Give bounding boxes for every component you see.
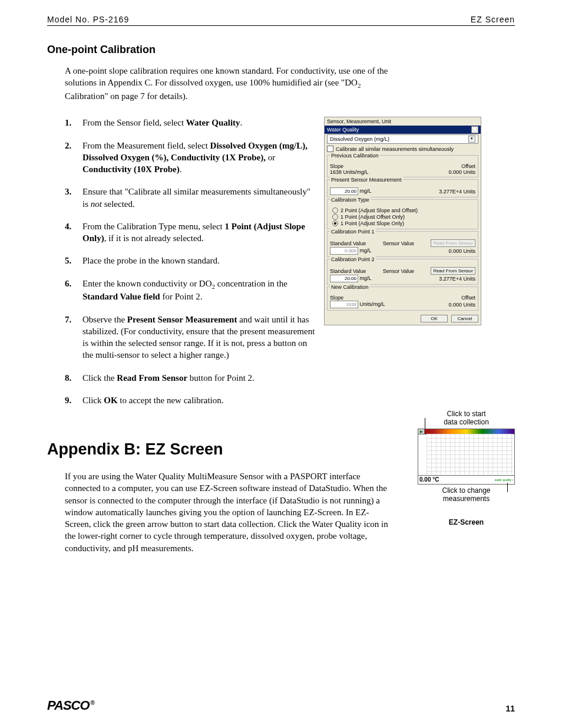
step-item: 7.Observe the Present Sensor Measurement… bbox=[65, 314, 318, 361]
sensor-value[interactable] bbox=[327, 127, 471, 133]
step-body: From the Sensor field, select Water Qual… bbox=[82, 117, 318, 129]
step-number: 2. bbox=[65, 140, 82, 176]
ez-status-bar: 0.00 °C water quality ▪ bbox=[418, 475, 514, 484]
ez-top-label: Click to start data collection bbox=[418, 410, 515, 427]
sensor-field[interactable]: ▾ bbox=[325, 126, 481, 134]
step-body: Ensure that "Calibrate all similar measu… bbox=[82, 186, 318, 210]
radio-2point[interactable]: 2 Point (Adjust Slope and Offset) bbox=[330, 207, 475, 214]
header-right: EZ Screen bbox=[471, 15, 515, 24]
calibration-point-2-group: Calibration Point 2 Standard Value Senso… bbox=[327, 259, 478, 285]
step-number: 9. bbox=[65, 394, 82, 406]
step-list: 1.From the Sensor field, select Water Qu… bbox=[47, 117, 318, 417]
step-item: 4.From the Calibration Type menu, select… bbox=[65, 220, 318, 245]
step-number: 4. bbox=[65, 220, 82, 245]
chevron-down-icon[interactable]: ▾ bbox=[471, 126, 478, 133]
step-body: Enter the known conductivity or DO2 conc… bbox=[82, 278, 318, 303]
read-from-sensor-button-1: Read From Sensor bbox=[431, 239, 475, 247]
cancel-button[interactable]: Cancel bbox=[451, 315, 478, 322]
step-body: Click OK to accept the new calibration. bbox=[82, 394, 318, 406]
ez-caption: EZ-Screen bbox=[418, 518, 515, 526]
header-left: Model No. PS-2169 bbox=[47, 15, 129, 24]
step-body: Click the Read From Sensor button for Po… bbox=[82, 372, 318, 384]
pasco-logo: PASCO® bbox=[47, 698, 94, 713]
step-item: 1.From the Sensor field, select Water Qu… bbox=[65, 117, 318, 129]
step-body: From the Calibration Type menu, select 1… bbox=[82, 220, 318, 245]
checkbox-icon[interactable] bbox=[327, 146, 333, 152]
page-footer: PASCO® 11 bbox=[47, 698, 515, 713]
step-item: 8.Click the Read From Sensor button for … bbox=[65, 372, 318, 384]
step-item: 6.Enter the known conductivity or DO2 co… bbox=[65, 278, 318, 303]
radio-1point-offset[interactable]: 1 Point (Adjust Offset Only) bbox=[330, 214, 475, 220]
page-header: Model No. PS-2169 EZ Screen bbox=[47, 15, 515, 26]
chevron-down-icon[interactable]: ▾ bbox=[468, 136, 475, 143]
calibration-dialog: Sensor, Measurement, Unit ▾ ▾ Calibrate … bbox=[324, 117, 481, 325]
section-title: One-point Calibration bbox=[47, 44, 515, 56]
ez-screen-window: ▶ 0.00 °C water quality ▪ bbox=[418, 429, 515, 485]
calibration-type-group: Calibration Type 2 Point (Adjust Slope a… bbox=[327, 199, 478, 229]
dialog-figure: Sensor, Measurement, Unit ▾ ▾ Calibrate … bbox=[324, 117, 481, 325]
measurement-field[interactable]: ▾ bbox=[327, 134, 478, 144]
intro-paragraph: A one-point slope calibration requires o… bbox=[65, 65, 389, 102]
ez-chart-grid bbox=[427, 434, 513, 475]
play-icon[interactable]: ▶ bbox=[418, 429, 425, 434]
appendix-body: If you are using the Water Quality Multi… bbox=[65, 470, 395, 554]
steps-and-dialog: 1.From the Sensor field, select Water Qu… bbox=[47, 117, 515, 417]
new-calibration-group: New Calibration Slope Offset 1638 Units/… bbox=[327, 286, 478, 311]
ez-bottom-label: Click to change measurements bbox=[418, 486, 515, 503]
step-item: 3.Ensure that "Calibrate all similar mea… bbox=[65, 186, 318, 210]
step-body: From the Measurement field, select Disso… bbox=[82, 140, 318, 176]
step-number: 8. bbox=[65, 372, 82, 384]
present-measurement-group: Present Sensor Measurement 20.00 mg/L 3.… bbox=[327, 179, 478, 197]
leader-line bbox=[507, 483, 508, 492]
step-number: 3. bbox=[65, 186, 82, 210]
step-item: 5.Place the probe in the known standard. bbox=[65, 255, 318, 266]
step-number: 7. bbox=[65, 314, 82, 361]
ok-button[interactable]: OK bbox=[421, 315, 448, 322]
water-quality-icon[interactable]: water quality ▪ bbox=[495, 478, 513, 482]
dialog-field-label: Sensor, Measurement, Unit bbox=[325, 117, 481, 126]
step-item: 2.From the Measurement field, select Dis… bbox=[65, 140, 318, 176]
calibration-point-1-group: Calibration Point 1 Standard Value Senso… bbox=[327, 231, 478, 257]
standard-value-field-p2[interactable]: 20.00 bbox=[330, 275, 358, 282]
measurement-value[interactable] bbox=[330, 136, 468, 142]
step-item: 9.Click OK to accept the new calibration… bbox=[65, 394, 318, 406]
previous-calibration-group: Previous Calibration Slope Offset 1638 U… bbox=[327, 155, 478, 177]
ez-y-axis bbox=[418, 434, 427, 475]
step-number: 6. bbox=[65, 278, 82, 303]
ez-screen-figure: Click to start data collection ▶ 0.00 °C… bbox=[418, 410, 515, 533]
step-body: Observe the Present Sensor Measurement a… bbox=[82, 314, 318, 361]
radio-1point-slope[interactable]: 1 Point (Adjust Slope Only) bbox=[330, 220, 475, 227]
step-number: 5. bbox=[65, 255, 82, 266]
calibrate-all-checkbox[interactable]: Calibrate all similar measurements simul… bbox=[325, 144, 481, 153]
step-body: Place the probe in the known standard. bbox=[82, 255, 318, 266]
ez-status-value: 0.00 °C bbox=[419, 476, 439, 483]
step-number: 1. bbox=[65, 117, 82, 129]
read-from-sensor-button-2[interactable]: Read From Sensor bbox=[431, 267, 475, 275]
page-number: 11 bbox=[505, 704, 515, 713]
